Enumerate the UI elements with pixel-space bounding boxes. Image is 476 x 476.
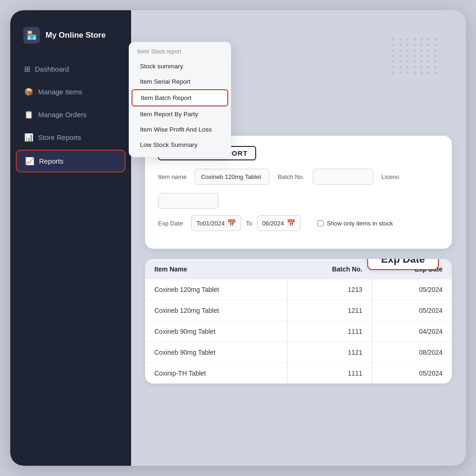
exp-date-badge: Exp Date [367,259,439,270]
cell-exp-date: 04/2024 [372,321,452,342]
date-row: To01/2024 📅 To 06/2024 📅 [191,215,300,231]
date-to-separator: To [246,220,252,227]
date-from-wrap[interactable]: To01/2024 📅 [191,215,241,231]
exp-date-label: Exp Date [158,220,183,227]
sidebar: 🏪 My Online Store ⊞ Dashboard 📦 Manage I… [10,10,131,466]
cell-exp-date: 05/2024 [372,363,452,384]
cell-exp-date: 08/2024 [372,342,452,363]
table-row: Coxinip-TH Tablet 1111 05/2024 [145,363,452,384]
calendar-from-icon[interactable]: 📅 [227,219,236,227]
liceno-label: Liceno [382,173,399,180]
sidebar-label-reports: Reports [39,157,64,165]
results-table: Item Name Batch No. Exp Date Coxineb 120… [145,259,452,383]
liceno-input[interactable] [158,193,218,209]
sidebar-item-dashboard[interactable]: ⊞ Dashboard [16,59,126,79]
date-to-value: 06/2024 [262,220,284,227]
cell-item-name: Coxineb 90mg Tablet [145,321,287,342]
dashboard-icon: ⊞ [24,65,30,73]
cell-batch-no: 1111 [287,321,372,342]
cell-exp-date: 05/2024 [372,279,452,300]
dropdown-section-label: Item/ Stock report [129,48,231,59]
col-header-batch-no: Batch No. [287,259,372,279]
dropdown-menu: Item/ Stock report Stock summary Item Se… [129,42,231,157]
sidebar-label-manage-orders: Manage Orders [38,111,86,119]
main-card: 🏪 My Online Store ⊞ Dashboard 📦 Manage I… [10,10,466,466]
store-reports-icon: 📊 [24,133,33,142]
calendar-to-icon[interactable]: 📅 [287,219,296,227]
manage-items-icon: 📦 [24,87,33,96]
batch-no-label: Batch No. [278,173,304,180]
cell-item-name: Coxineb 120mg Tablet [145,300,287,321]
date-to-wrap[interactable]: 06/2024 📅 [257,215,301,231]
cell-item-name: Coxineb 90mg Tablet [145,342,287,363]
dropdown-item-low-stock-summary[interactable]: Low Stock Summary [132,137,228,152]
sidebar-item-store-reports[interactable]: 📊 Store Reports [16,127,126,148]
brand-name: My Online Store [46,31,106,40]
manage-orders-icon: 📋 [24,110,33,119]
sidebar-label-store-reports: Store Reports [38,133,81,141]
dropdown-item-item-report-by-party[interactable]: Item Report By Party [132,106,228,122]
results-table-card: Exp Date Item Name Batch No. Exp Date Co… [145,259,452,383]
cell-batch-no: 1211 [287,300,372,321]
cell-batch-no: 1111 [287,363,372,384]
batch-no-input[interactable] [313,169,373,185]
sidebar-nav: ⊞ Dashboard 📦 Manage Items 📋 Manage Orde… [10,59,131,172]
cell-batch-no: 1121 [287,342,372,363]
table-row: Coxineb 120mg Tablet 1211 05/2024 [145,300,452,321]
item-name-input[interactable] [195,169,269,185]
brand-icon: 🏪 [23,27,40,44]
cell-exp-date: 05/2024 [372,300,452,321]
sidebar-label-manage-items: Manage Items [38,88,82,96]
sidebar-label-dashboard: Dashboard [35,65,69,73]
sidebar-item-reports[interactable]: 📈 Reports [16,150,126,172]
show-stock-label: Show only items in stock [327,220,393,227]
item-name-label: Item name [158,173,186,180]
dropdown-item-item-wise-profit[interactable]: Item Wise Profit And Loss [132,122,228,137]
date-from-value: To01/2024 [196,220,225,227]
dropdown-item-item-batch-report[interactable]: Item Batch Report [132,89,228,106]
form-row-1: Item name Batch No. Liceno [158,169,439,209]
reports-icon: 📈 [25,157,34,165]
table-row: Coxineb 90mg Tablet 1111 04/2024 [145,321,452,342]
form-row-2: Exp Date To01/2024 📅 To 06/2024 📅 Show o… [158,215,439,231]
col-header-item-name: Item Name [145,259,287,279]
show-stock-checkbox[interactable] [317,220,324,226]
cell-item-name: Coxineb 120mg Tablet [145,279,287,300]
sidebar-item-manage-items[interactable]: 📦 Manage Items [16,81,126,102]
table-row: Coxineb 90mg Tablet 1121 08/2024 [145,342,452,363]
brand: 🏪 My Online Store [10,27,131,59]
sidebar-item-manage-orders[interactable]: 📋 Manage Orders [16,104,126,125]
cell-item-name: Coxinip-TH Tablet [145,363,287,384]
dropdown-item-stock-summary[interactable]: Stock summary [132,59,228,74]
dropdown-item-item-serial-report[interactable]: Item Serial Report [132,74,228,89]
table-row: Coxineb 120mg Tablet 1213 05/2024 [145,279,452,300]
show-stock-wrap: Show only items in stock [317,220,393,227]
cell-batch-no: 1213 [287,279,372,300]
